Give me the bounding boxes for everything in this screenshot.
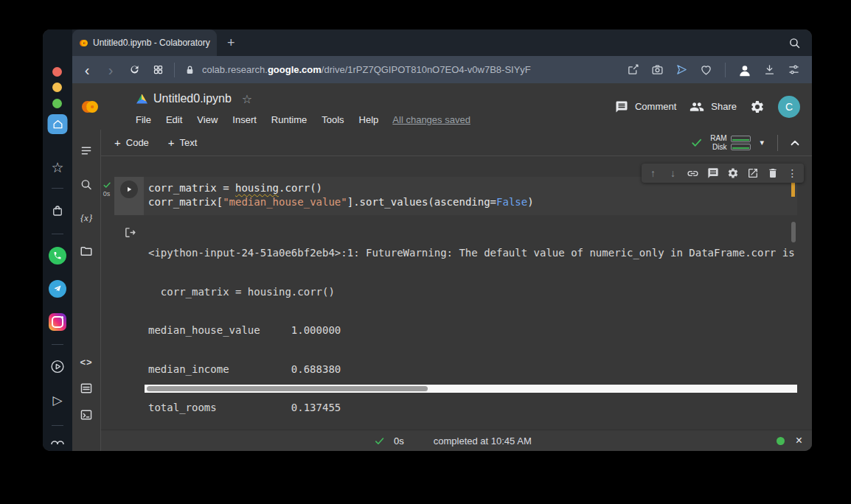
collapse-toolbar-button[interactable] xyxy=(788,136,802,150)
window-minimize-button[interactable] xyxy=(52,83,62,92)
share-button[interactable]: Share xyxy=(690,99,737,114)
command-palette-button[interactable] xyxy=(80,382,93,394)
url-path: /drive/1rPZ7QGIPOT810nO7EO4-v0w7B8-SIYyF xyxy=(322,64,531,75)
copy-cell-link-button[interactable] xyxy=(684,165,701,182)
comment-button[interactable]: Comment xyxy=(615,100,676,113)
annotate-button[interactable] xyxy=(623,60,642,80)
whatsapp-button[interactable] xyxy=(49,247,66,265)
menu-insert[interactable]: Insert xyxy=(226,112,263,127)
tab-search-button[interactable] xyxy=(777,29,812,56)
browser-settings-button[interactable] xyxy=(784,60,803,80)
menu-tools[interactable]: Tools xyxy=(315,112,350,127)
screenshot-button[interactable] xyxy=(647,60,667,80)
variables-button[interactable]: {x} xyxy=(80,212,92,224)
menu-file[interactable]: File xyxy=(129,112,158,127)
window-close-button[interactable] xyxy=(52,67,62,77)
address-field[interactable]: colab.research.google.com/drive/1rPZ7QGI… xyxy=(202,64,531,75)
comment-icon xyxy=(707,167,719,179)
move-cell-down-button[interactable]: ↓ xyxy=(664,165,681,182)
telegram-button[interactable] xyxy=(49,280,66,298)
play-circle-icon xyxy=(50,359,66,374)
forward-button[interactable]: › xyxy=(99,63,122,77)
terminal-button[interactable] xyxy=(80,409,93,421)
reload-button[interactable] xyxy=(122,64,146,75)
table-of-contents-button[interactable] xyxy=(80,144,93,157)
execution-badge: 0s xyxy=(101,181,112,197)
menu-help[interactable]: Help xyxy=(352,112,386,127)
colab-app: Untitled0.ipynb ☆ File Edit View Insert … xyxy=(72,83,812,451)
telegram-icon xyxy=(49,280,66,298)
menu-view[interactable]: View xyxy=(190,112,224,127)
sidebar-divider xyxy=(52,425,63,426)
new-tab-button[interactable]: + xyxy=(217,29,246,56)
home-button[interactable] xyxy=(48,114,68,134)
find-replace-button[interactable] xyxy=(80,178,93,191)
window-zoom-button[interactable] xyxy=(52,99,62,108)
bookmarks-button[interactable]: ☆ xyxy=(51,159,63,176)
notebook-toolbar: + Code + Text RAM xyxy=(101,130,812,156)
send-page-button[interactable] xyxy=(672,60,691,80)
star-notebook-button[interactable]: ☆ xyxy=(242,92,252,106)
cell-settings-button[interactable] xyxy=(724,165,741,182)
colab-logo-icon xyxy=(80,40,88,46)
tab-title: Untitled0.ipynb - Colaboratory xyxy=(93,38,210,48)
horizontal-scrollbar-track[interactable] xyxy=(145,385,797,393)
instagram-icon xyxy=(49,313,66,331)
add-text-button[interactable]: + Text xyxy=(168,136,198,149)
edit-pin-icon xyxy=(627,63,639,76)
downloads-button[interactable] xyxy=(760,60,779,80)
media-player-button[interactable] xyxy=(50,359,66,374)
menu-runtime[interactable]: Runtime xyxy=(265,112,313,127)
add-comment-button[interactable] xyxy=(704,165,721,182)
cell-toolbar: ↑ ↓ xyxy=(642,164,804,183)
dismiss-status-button[interactable]: × xyxy=(796,435,802,447)
star-icon: ☆ xyxy=(51,159,63,176)
tiles-icon xyxy=(153,64,164,75)
code-snippets-button[interactable]: <> xyxy=(80,357,92,368)
output-actions-button[interactable] xyxy=(124,226,136,239)
resources-indicator[interactable]: RAM Disk xyxy=(710,134,751,152)
mirror-cell-button[interactable] xyxy=(744,165,761,182)
play-icon xyxy=(125,185,133,194)
gear-icon xyxy=(727,167,739,179)
output-row: total_rooms0.137455 xyxy=(148,402,797,415)
favorite-button[interactable] xyxy=(696,60,715,80)
menu-edit[interactable]: Edit xyxy=(159,112,189,127)
palette-icon xyxy=(80,382,93,394)
trash-icon xyxy=(767,167,779,179)
disk-meter xyxy=(731,144,751,150)
shopping-button[interactable] xyxy=(51,204,64,217)
notebook-title[interactable]: Untitled0.ipynb xyxy=(153,92,232,105)
plus-icon: + xyxy=(114,136,121,149)
back-button[interactable]: ‹ xyxy=(75,63,99,77)
horizontal-scrollbar-thumb[interactable] xyxy=(147,386,428,391)
output-vertical-scrollbar[interactable] xyxy=(791,222,796,242)
output-row: median_house_value1.000000 xyxy=(148,324,797,337)
files-button[interactable] xyxy=(80,245,93,258)
cell-more-button[interactable]: ⋮ xyxy=(784,165,801,182)
delete-cell-button[interactable] xyxy=(764,165,781,182)
run-cell-button[interactable] xyxy=(120,181,138,198)
profile-button[interactable] xyxy=(735,60,754,80)
tab-groups-button[interactable] xyxy=(146,64,170,75)
settings-button[interactable] xyxy=(750,99,765,114)
share-panel-button[interactable]: ▷ xyxy=(52,393,62,408)
urlbar-divider xyxy=(725,63,726,77)
resources-dropdown-button[interactable]: ▾ xyxy=(760,138,764,147)
autosave-status[interactable]: All changes saved xyxy=(392,114,470,125)
arrow-up-icon: ↑ xyxy=(650,167,656,179)
status-message: completed at 10:45 AM xyxy=(434,435,532,447)
account-avatar[interactable]: C xyxy=(778,96,800,118)
partial-app-button[interactable] xyxy=(51,437,64,444)
reload-icon xyxy=(129,64,140,75)
move-cell-up-button[interactable]: ↑ xyxy=(645,165,661,182)
browser-tab[interactable]: Untitled0.ipynb - Colaboratory xyxy=(72,29,217,56)
people-icon xyxy=(690,99,704,114)
instagram-button[interactable] xyxy=(49,313,66,331)
lock-icon xyxy=(185,65,195,75)
colab-logo-icon[interactable] xyxy=(82,83,120,130)
warning-source-line: corr_matrix = housing.corr() xyxy=(148,286,797,299)
toolbar-divider xyxy=(777,135,778,151)
add-code-button[interactable]: + Code xyxy=(114,136,149,149)
output-row: median_income0.688380 xyxy=(148,363,797,377)
